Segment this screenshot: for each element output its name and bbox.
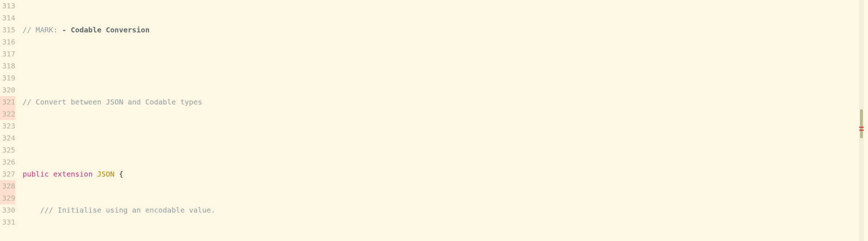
line-number: 328 [0,180,15,192]
line-number: 314 [0,12,15,24]
mark-title: - Codable Conversion [62,24,150,36]
line-number: 324 [0,132,15,144]
line-number: 322 [0,108,15,120]
line-number: 329 [0,192,15,204]
line-number: 325 [0,144,15,156]
line-number: 313 [0,0,15,12]
brace: { [115,168,123,180]
line-number: 318 [0,60,15,72]
code-line [23,132,864,144]
line-number: 315 [0,24,15,36]
code-text-area[interactable]: // MARK: - Codable Conversion // Convert… [18,0,864,241]
kw-public: public [23,168,49,180]
doc-comment: /// [40,204,53,216]
doc-text: Initialise using an encodable value. [53,204,215,216]
line-number: 327 [0,168,15,180]
code-line [23,60,864,72]
comment: // Convert between JSON and Codable type… [23,96,202,108]
line-number: 330 [0,204,15,216]
code-line: /// Initialise using an encodable value. [23,204,864,216]
line-number: 317 [0,48,15,60]
line-number: 323 [0,120,15,132]
code-line: // Convert between JSON and Codable type… [23,96,864,108]
kw-extension: extension [53,168,92,180]
line-number: 316 [0,36,15,48]
line-number: 326 [0,156,15,168]
code-line: public extension JSON { [23,168,864,180]
code-line: // MARK: - Codable Conversion [23,24,864,36]
comment: // MARK: [23,24,62,36]
line-number: 331 [0,216,15,228]
code-editor: 313 314 315 316 317 318 319 320 321 322 … [0,0,864,241]
scroll-error-marker[interactable] [859,127,864,128]
type-json: JSON [97,168,115,180]
line-number-gutter: 313 314 315 316 317 318 319 320 321 322 … [0,0,18,241]
line-number: 319 [0,72,15,84]
scroll-thumb[interactable] [860,109,863,138]
scroll-error-marker[interactable] [859,130,864,131]
line-number: 321 [0,96,15,108]
vertical-scrollbar[interactable] [859,0,864,241]
line-number: 320 [0,84,15,96]
